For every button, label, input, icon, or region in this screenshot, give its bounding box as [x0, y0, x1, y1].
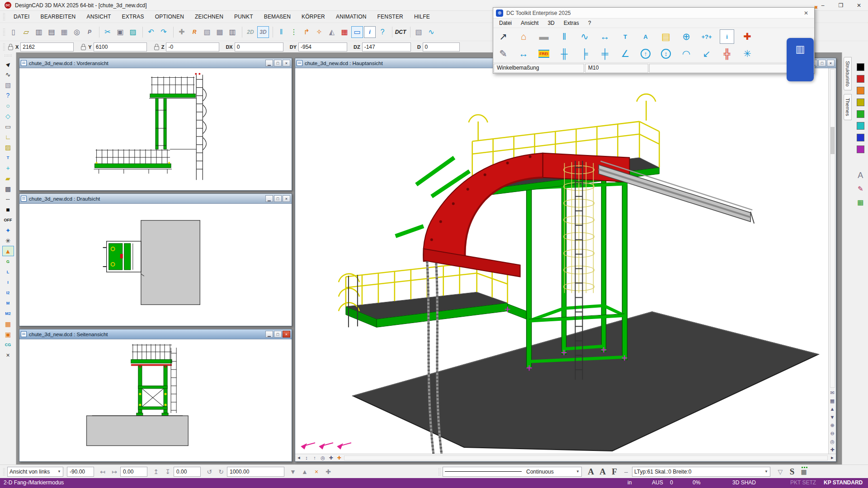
- color-swatch[interactable]: [857, 75, 864, 83]
- color-swatch[interactable]: [857, 122, 864, 130]
- coord-input[interactable]: -147: [362, 42, 411, 52]
- menu-item[interactable]: BEMAßEN: [259, 12, 295, 21]
- toolkit-menu-item[interactable]: ?: [584, 19, 595, 27]
- status-shade-mode[interactable]: 3D SHAD: [732, 479, 756, 486]
- copy-icon[interactable]: ▣: [114, 26, 126, 38]
- save-icon[interactable]: ▥: [33, 26, 45, 38]
- hatch-poly-tool-icon[interactable]: ▰: [2, 173, 14, 183]
- snap-x-tool-icon[interactable]: ×: [2, 350, 14, 360]
- viewport-close-button[interactable]: ×: [283, 195, 290, 202]
- diamond-tool-icon[interactable]: ◇: [2, 111, 14, 121]
- toolkit-menu-item[interactable]: Ansicht: [517, 19, 542, 27]
- cam-pan-right-icon[interactable]: ↦: [109, 466, 120, 477]
- tool-i2-icon[interactable]: I2: [2, 287, 14, 298]
- cube-icon[interactable]: ▧: [413, 26, 425, 38]
- plane-icon[interactable]: ◭: [326, 26, 338, 38]
- doc-edit-icon[interactable]: ✎: [496, 47, 510, 61]
- tool-m-icon[interactable]: M: [2, 298, 14, 308]
- lock-icon[interactable]: [81, 46, 86, 50]
- cut-icon[interactable]: ✂: [102, 26, 113, 38]
- color-grid-icon[interactable]: ▦: [855, 197, 866, 207]
- target-icon[interactable]: ⊕: [679, 29, 693, 44]
- tool-m2-icon[interactable]: M2: [2, 308, 14, 319]
- dim-horizontal-icon[interactable]: ↔ x: [598, 29, 612, 44]
- leader-icon[interactable]: ↙ X: [699, 47, 714, 61]
- viewport-top-titlebar[interactable]: chute_3d_new.dcd : Draufsicht ▁ □ ×: [19, 194, 292, 204]
- view-angle-input[interactable]: -90.00: [67, 467, 94, 477]
- furniture-icon[interactable]: ⌂: [516, 29, 531, 44]
- compass-icon[interactable]: ✧: [313, 26, 325, 38]
- chain-dim-icon[interactable]: ╫: [557, 47, 571, 61]
- triangle-tool-icon[interactable]: ▲: [2, 246, 14, 256]
- menu-item[interactable]: OPTIONEN: [151, 12, 189, 21]
- main-3d-canvas[interactable]: [295, 68, 828, 454]
- select-rect-tool-icon[interactable]: ▭: [2, 121, 14, 131]
- filter-funnel-icon[interactable]: ▽: [775, 466, 786, 477]
- print-file-icon[interactable]: ▦: [58, 26, 70, 38]
- tool-l-icon[interactable]: L: [2, 267, 14, 277]
- layers-state-icon[interactable]: ▦: [798, 466, 809, 477]
- toolkit-menu-item[interactable]: Extras: [560, 19, 583, 27]
- status-units[interactable]: in: [627, 479, 632, 486]
- crosshair-icon[interactable]: ✚: [327, 455, 335, 461]
- status-snap-toggle[interactable]: AUS: [652, 479, 663, 486]
- pan-vertical-input[interactable]: 0.00: [174, 467, 201, 477]
- tool-i-icon[interactable]: I: [2, 277, 14, 287]
- minus-button[interactable]: –: [621, 466, 632, 477]
- color-swatch[interactable]: [857, 63, 864, 71]
- scroll-right-button[interactable]: ►: [829, 455, 836, 461]
- zoom-in-icon[interactable]: ⊕: [829, 421, 836, 429]
- page-setup-icon[interactable]: P: [84, 26, 95, 38]
- origin-crosshair-icon[interactable]: ✚: [335, 455, 343, 461]
- dash-line-tool-icon[interactable]: ┄: [2, 194, 14, 204]
- stack-down-icon[interactable]: ▼: [288, 466, 298, 477]
- circle-tool-icon[interactable]: ○: [2, 100, 14, 111]
- vertical-scrollbar-thumb[interactable]: [830, 127, 835, 154]
- color-swatch[interactable]: [857, 87, 864, 94]
- toolkit-menu-item[interactable]: Datei: [495, 19, 516, 27]
- viewport-minimize-button[interactable]: ▁: [265, 331, 273, 338]
- cam-pan-down-icon[interactable]: ↧: [162, 466, 173, 477]
- grid-icon[interactable]: ▦: [829, 397, 836, 405]
- text-style-button[interactable]: A: [855, 170, 866, 180]
- diameter-dim-icon[interactable]: ↕: [659, 47, 673, 61]
- dc-toolkit-titlebar[interactable]: ⊕ DC Toolkit Enterprise 2025 ✕: [493, 8, 814, 19]
- info-icon[interactable]: i: [364, 26, 376, 38]
- burst-tool-icon[interactable]: ✳: [2, 235, 14, 246]
- font-larger-button[interactable]: A +: [585, 466, 596, 477]
- color-swatch[interactable]: [857, 145, 864, 153]
- help-plus-icon[interactable]: +?+: [699, 29, 714, 44]
- viewport-maximize-button[interactable]: □: [274, 60, 282, 66]
- mode-3d-icon[interactable]: 3D: [257, 26, 269, 38]
- dim-frei-icon[interactable]: FREI: [537, 47, 551, 61]
- menu-item[interactable]: EXTRAS: [118, 12, 149, 21]
- viewport-maximize-button[interactable]: □: [274, 195, 282, 202]
- view-lens-icon[interactable]: ◎: [319, 455, 327, 461]
- maximize-button[interactable]: ❐: [832, 0, 850, 10]
- select-star-tool-icon[interactable]: ✦: [2, 225, 14, 235]
- tool-cg-icon[interactable]: CG: [2, 339, 14, 350]
- cam-rotate-ccw-icon[interactable]: ↺: [204, 466, 215, 477]
- menu-item[interactable]: PUNKT: [230, 12, 258, 21]
- status-kp-standard[interactable]: KP STANDARD: [824, 479, 863, 486]
- open-folder-icon[interactable]: ▱: [20, 26, 32, 38]
- menu-item[interactable]: HILFE: [410, 12, 434, 21]
- toolkit-size-field[interactable]: M10: [585, 64, 648, 73]
- dct-button[interactable]: DCT: [395, 26, 406, 38]
- orange-grid-tool-icon[interactable]: ▦: [2, 319, 14, 329]
- viewport-minimize-button[interactable]: ▁: [265, 195, 273, 202]
- mail-icon[interactable]: ✉: [829, 389, 836, 397]
- toolkit-menu-item[interactable]: 3D: [543, 19, 558, 27]
- coord-input[interactable]: 0: [423, 42, 460, 52]
- info-box-icon[interactable]: i: [720, 29, 734, 44]
- viewport-side-titlebar[interactable]: chute_3d_new.dcd : Seitenansicht ▁ □ ×: [19, 329, 292, 339]
- undo-icon[interactable]: ↶: [145, 26, 157, 38]
- window-layout-icon[interactable]: ▭: [351, 26, 363, 38]
- linetype-select[interactable]: Continuous ▼: [443, 467, 582, 477]
- parallel-icon[interactable]: ‖: [557, 29, 571, 44]
- close-button[interactable]: ✕: [850, 0, 868, 10]
- radius-dim-icon[interactable]: ↑: [638, 47, 653, 61]
- paste-icon[interactable]: ▨: [127, 26, 139, 38]
- toolkit-save-panel[interactable]: ▥: [787, 38, 814, 81]
- stack-up-icon[interactable]: ▲: [299, 466, 310, 477]
